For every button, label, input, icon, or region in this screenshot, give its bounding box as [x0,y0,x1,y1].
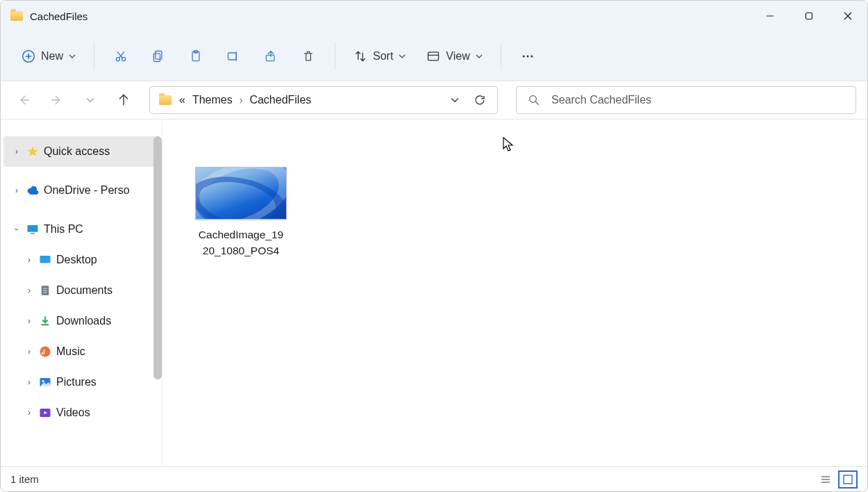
view-icon [426,49,440,63]
file-pane[interactable]: CachedImage_19 20_1080_POS4 [162,120,867,466]
svg-rect-28 [40,256,51,263]
star-icon [26,145,40,158]
share-button[interactable] [254,41,287,72]
sidebar-item-label: Videos [56,407,90,419]
clipboard-icon [189,49,203,63]
icons-view-button[interactable] [838,470,858,489]
svg-point-33 [40,347,51,357]
sidebar-item-onedrive[interactable]: › OneDrive - Perso [1,175,162,206]
explorer-window: CachedFiles New Sort View [0,0,868,492]
cut-button[interactable] [104,41,137,72]
more-button[interactable] [511,49,544,63]
svg-point-22 [531,55,533,57]
sidebar-item-documents[interactable]: › Documents [1,275,162,306]
chevron-right-icon[interactable]: › [12,186,22,195]
svg-rect-41 [844,475,852,484]
minimize-button[interactable] [751,1,790,31]
chevron-down-icon [69,53,76,60]
view-button-label: View [446,50,469,63]
svg-point-21 [526,55,528,57]
chevron-down-icon [86,96,94,104]
svg-marker-25 [28,147,38,156]
sidebar-item-quick-access[interactable]: › Quick access [3,136,156,167]
sidebar-item-videos[interactable]: › Videos [1,397,162,428]
chevron-right-icon[interactable]: › [24,255,34,265]
sidebar-item-desktop[interactable]: › Desktop [1,245,162,275]
chevron-right-icon[interactable]: › [24,377,34,387]
close-button[interactable] [828,1,867,31]
svg-point-23 [530,96,537,103]
download-icon [38,314,52,328]
window-title: CachedFiles [30,10,751,22]
toolbar-separator [501,42,501,70]
chevron-right-icon[interactable]: › [240,95,243,106]
search-box[interactable] [516,86,856,114]
view-button[interactable]: View [418,41,490,72]
sidebar-item-label: Quick access [44,145,110,158]
sidebar-item-label: Desktop [56,254,97,266]
details-view-button[interactable] [816,470,835,489]
breadcrumb-overflow[interactable]: « [179,94,185,106]
toolbar-separator [94,42,94,70]
pictures-icon [38,375,52,389]
sort-button[interactable]: Sort [345,41,414,72]
sidebar-item-label: Music [56,345,85,358]
back-button[interactable] [12,88,35,113]
refresh-icon [474,94,486,106]
sidebar-item-label: This PC [44,223,83,236]
copy-button[interactable] [142,41,175,72]
folder-icon [10,11,23,21]
chevron-right-icon[interactable]: › [24,286,34,295]
status-bar: 1 item [1,466,867,491]
chevron-right-icon[interactable]: › [12,147,22,156]
folder-icon [158,93,172,107]
search-input[interactable] [551,94,844,106]
toolbar-separator [335,42,335,70]
documents-icon [38,284,52,297]
svg-point-20 [522,55,524,57]
address-history-button[interactable] [446,96,464,104]
chevron-right-icon[interactable]: › [24,408,34,418]
chevron-right-icon[interactable]: › [24,316,34,326]
forward-button[interactable] [45,88,69,113]
cloud-icon [26,183,40,197]
sidebar-scrollbar[interactable] [153,136,162,379]
sidebar-item-label: Downloads [56,315,111,327]
rename-button[interactable] [217,41,250,72]
paste-button[interactable] [179,41,212,72]
body: › Quick access › OneDrive - Perso › This… [1,119,867,466]
new-button[interactable]: New [13,41,84,72]
trash-icon [301,49,315,63]
window-controls [751,1,867,31]
recent-locations-button[interactable] [78,88,102,113]
maximize-button[interactable] [790,1,828,31]
sort-icon [353,49,367,63]
grid-icon [842,474,853,485]
svg-rect-1 [806,13,812,19]
chevron-right-icon[interactable]: › [24,347,34,356]
up-button[interactable] [112,88,135,113]
svg-point-35 [42,380,44,382]
chevron-down-icon[interactable]: › [12,224,22,234]
sidebar-item-pictures[interactable]: › Pictures [1,367,162,397]
desktop-icon [38,253,52,267]
svg-rect-26 [28,225,38,232]
new-button-label: New [41,50,63,63]
sort-button-label: Sort [373,50,393,63]
scissors-icon [114,49,128,63]
sidebar-item-this-pc[interactable]: › This PC [1,214,162,245]
svg-rect-27 [31,233,35,234]
list-icon [820,474,831,485]
sidebar-item-downloads[interactable]: › Downloads [1,306,162,336]
item-count: 1 item [10,473,39,485]
sidebar-item-label: Documents [56,284,112,297]
file-item[interactable]: CachedImage_19 20_1080_POS4 [182,167,300,259]
sidebar-item-music[interactable]: › Music [1,336,162,367]
view-toggle [816,470,858,489]
delete-button[interactable] [292,41,325,72]
refresh-button[interactable] [471,94,489,106]
breadcrumb-item[interactable]: CachedFiles [249,94,311,106]
titlebar: CachedFiles [1,1,867,31]
address-bar[interactable]: « Themes› CachedFiles [149,86,498,114]
breadcrumb-item[interactable]: Themes [192,94,233,106]
